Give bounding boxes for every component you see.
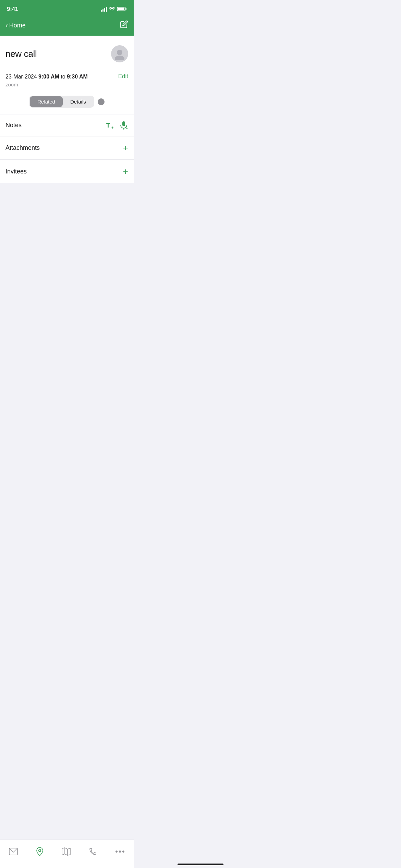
- datetime-row: 23-Mar-2024 9:00 AM to 9:30 AM zoom Edit: [5, 73, 128, 87]
- avatar: [111, 45, 128, 62]
- notes-section-row[interactable]: Notes T + +: [0, 114, 134, 136]
- sections-group: Notes T + +: [0, 114, 134, 183]
- call-header: new call: [5, 43, 128, 68]
- svg-point-4: [115, 56, 124, 60]
- svg-point-3: [117, 50, 122, 55]
- svg-text:+: +: [126, 126, 128, 130]
- attachments-actions: +: [123, 143, 128, 153]
- invitees-actions: +: [123, 166, 128, 177]
- content-header: new call 23-Mar-2024 9:00 AM to 9:30 AM …: [0, 36, 134, 114]
- tab-details[interactable]: Details: [63, 96, 94, 107]
- notes-actions: T + +: [106, 121, 128, 130]
- invitees-label: Invitees: [5, 168, 27, 175]
- datetime-info: 23-Mar-2024 9:00 AM to 9:30 AM zoom: [5, 73, 88, 87]
- status-time: 9:41: [7, 6, 18, 13]
- svg-rect-2: [126, 8, 127, 10]
- attachments-label: Attachments: [5, 144, 40, 152]
- tab-related[interactable]: Related: [30, 96, 63, 107]
- back-chevron-icon: ‹: [5, 21, 8, 29]
- notes-label: Notes: [5, 122, 22, 129]
- svg-rect-1: [118, 8, 124, 10]
- svg-text:T: T: [106, 122, 110, 129]
- call-location: zoom: [5, 82, 88, 87]
- status-bar: 9:41: [0, 0, 134, 17]
- svg-rect-7: [122, 121, 125, 126]
- call-end-time: 9:30 AM: [67, 74, 88, 80]
- call-datetime: 23-Mar-2024 9:00 AM to 9:30 AM: [5, 73, 88, 81]
- nav-bar: ‹ Home: [0, 17, 134, 36]
- tab-indicator-dot: [98, 98, 105, 105]
- voice-note-icon[interactable]: +: [119, 121, 128, 130]
- call-date: 23-Mar-2024: [5, 74, 37, 80]
- back-label: Home: [9, 22, 26, 29]
- call-details: 23-Mar-2024 9:00 AM to 9:30 AM zoom Edit: [5, 68, 128, 91]
- attachments-add-icon[interactable]: +: [123, 143, 128, 153]
- back-button[interactable]: ‹ Home: [5, 22, 26, 29]
- status-icons: [101, 7, 127, 12]
- svg-text:+: +: [111, 125, 113, 130]
- battery-icon: [117, 7, 127, 12]
- main-content: Notes T + +: [0, 114, 134, 217]
- text-note-icon[interactable]: T +: [106, 121, 114, 130]
- attachments-section-row[interactable]: Attachments +: [0, 136, 134, 160]
- tab-selector: Related Details: [29, 96, 94, 108]
- call-to-text: to: [61, 74, 65, 80]
- call-title: new call: [5, 49, 37, 59]
- tab-selector-container: Related Details: [5, 91, 128, 114]
- wifi-icon: [109, 7, 115, 12]
- call-start-time: 9:00 AM: [38, 74, 59, 80]
- invitees-section-row[interactable]: Invitees +: [0, 160, 134, 183]
- signal-icon: [101, 7, 107, 12]
- invitees-add-icon[interactable]: +: [123, 166, 128, 177]
- edit-button[interactable]: Edit: [118, 73, 128, 80]
- edit-icon[interactable]: [120, 20, 128, 31]
